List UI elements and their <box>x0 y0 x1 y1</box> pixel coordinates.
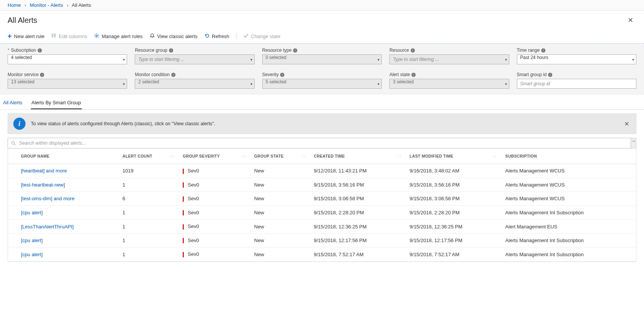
filter-resource-group: Resource group i▾ <box>135 48 254 64</box>
scroll-up-icon[interactable] <box>631 138 636 148</box>
cell-state: New <box>250 220 309 234</box>
cell-state: New <box>250 233 309 247</box>
table-row[interactable]: [cpu alert]1Sev0New9/15/2018, 12:17:56 P… <box>8 233 636 247</box>
group-name-link[interactable]: [test-heartbeat-new] <box>21 182 65 188</box>
table-row[interactable]: [LessThanAlertThruAPI]1Sev0New9/15/2018,… <box>8 220 636 234</box>
banner-close-icon[interactable]: ✕ <box>623 119 631 129</box>
filter-label: Resource i <box>389 48 509 53</box>
sort-icon: ↑↓ <box>397 154 401 158</box>
filter-label: Smart group id i <box>517 72 636 77</box>
breadcrumb-monitor-alerts[interactable]: Monitor - Alerts <box>30 2 63 8</box>
info-icon: i <box>541 48 545 53</box>
cell-severity: Sev0 <box>178 247 250 262</box>
search-input[interactable] <box>19 138 631 148</box>
breadcrumb-home[interactable]: Home <box>8 2 21 8</box>
filter-label: Time range i <box>517 48 636 53</box>
tabs: All Alerts Alerts By Smart Group <box>0 94 644 110</box>
cell-state: New <box>250 164 309 178</box>
info-icon: i <box>293 48 297 53</box>
tab-alerts-by-smart-group[interactable]: Alerts By Smart Group <box>31 97 82 109</box>
cell-severity: Sev0 <box>178 164 250 178</box>
severity-select[interactable]: 5 selected <box>262 79 382 89</box>
group-name-link[interactable]: [LessThanAlertThruAPI] <box>21 224 74 230</box>
group-name-link[interactable]: [test-oms-dim] and more <box>21 196 75 201</box>
col-last-modified[interactable]: Last Modified Time↑↓ <box>405 148 501 164</box>
cell-modified: 9/15/2018, 3:56:16 PM <box>405 178 501 192</box>
info-banner: i To view status of alerts configured th… <box>8 113 636 134</box>
manage-rules-label: Manage alert rules <box>102 33 143 39</box>
manage-alert-rules-button[interactable]: Manage alert rules <box>94 33 143 40</box>
resource-input[interactable] <box>389 54 509 64</box>
cell-alert-count: 1 <box>118 247 178 262</box>
group-name-link[interactable]: [cpu alert] <box>21 238 43 243</box>
table-row[interactable]: [heartbeat] and more1019Sev0New9/12/2018… <box>8 164 636 178</box>
filter-time-range: Time range iPast 24 hours▾ <box>517 48 636 64</box>
severity-bar-icon <box>183 238 184 243</box>
edit-columns-label: Edit columns <box>59 33 87 39</box>
col-created-time[interactable]: Created Time↑↓ <box>309 148 405 164</box>
col-alert-count[interactable]: Alert Count↑↓ <box>118 148 178 164</box>
cell-alert-count: 6 <box>118 192 178 206</box>
sort-icon: ↑↓ <box>493 154 497 158</box>
filter-label: Resource type i <box>262 48 382 53</box>
info-icon: i <box>411 73 416 77</box>
cell-subscription: Alerts Management Int Subscription <box>501 206 636 220</box>
toolbar: + New alert rule Edit columns Manage ale… <box>0 30 644 44</box>
edit-columns-button[interactable]: Edit columns <box>51 33 87 40</box>
group-name-link[interactable]: [cpu alert] <box>21 252 43 257</box>
group-name-link[interactable]: [heartbeat] and more <box>21 168 67 174</box>
resource-group-input[interactable] <box>135 54 254 64</box>
page-title: All Alerts <box>8 16 37 25</box>
info-icon: i <box>411 48 415 53</box>
resource-type-select[interactable]: 0 selected <box>262 54 382 64</box>
close-icon[interactable]: ✕ <box>625 14 636 26</box>
filter-label: Alert state i <box>389 72 509 77</box>
cell-created: 9/15/2018, 3:56:16 PM <box>309 178 405 192</box>
severity-bar-icon <box>183 224 184 230</box>
smart-group-id-input[interactable] <box>517 79 636 89</box>
subscription-select[interactable]: 4 selected <box>8 54 127 64</box>
table-row[interactable]: [test-oms-dim] and more6Sev0New9/15/2018… <box>8 192 636 206</box>
cell-modified: 9/16/2018, 3:48:02 AM <box>405 164 501 178</box>
alert-state-select[interactable]: 3 selected <box>389 79 509 89</box>
table-row[interactable]: [cpu alert]1Sev0New9/15/2018, 2:28:20 PM… <box>8 206 636 220</box>
new-alert-rule-button[interactable]: + New alert rule <box>8 33 45 39</box>
tab-all-alerts[interactable]: All Alerts <box>2 97 23 109</box>
col-group-severity[interactable]: Group Severity↑↓ <box>178 148 250 164</box>
alerts-table: Group Name Alert Count↑↓ Group Severity↑… <box>8 148 636 262</box>
col-group-severity-label: Group Severity <box>183 154 220 158</box>
check-icon <box>243 33 249 40</box>
cell-created: 9/15/2018, 7:52:17 AM <box>309 247 405 262</box>
monitor-condition-select[interactable]: 2 selected <box>135 79 254 89</box>
filter-label: Resource group i <box>135 48 254 53</box>
filter-bar: * Subscription i4 selected▾Resource grou… <box>0 44 644 94</box>
svg-rect-3 <box>54 33 56 34</box>
cell-state: New <box>250 206 309 220</box>
cell-created: 9/12/2018, 11:43:21 PM <box>309 164 405 178</box>
severity-bar-icon <box>183 252 184 257</box>
table-row[interactable]: [cpu alert]1Sev0New9/15/2018, 7:52:17 AM… <box>8 247 636 262</box>
cell-alert-count: 1019 <box>118 164 178 178</box>
cell-created: 9/15/2018, 12:17:56 PM <box>309 233 405 247</box>
info-icon: i <box>171 73 175 77</box>
view-classic-alerts-button[interactable]: View classic alerts <box>150 33 198 40</box>
col-group-state[interactable]: Group State↑↓ <box>250 148 309 164</box>
monitor-service-select[interactable]: 13 selected <box>8 79 127 89</box>
change-state-button[interactable]: Change state <box>243 33 280 40</box>
table-row[interactable]: [test-heartbeat-new]1Sev0New9/15/2018, 3… <box>8 178 636 192</box>
sort-icon: ↑↓ <box>301 154 306 158</box>
col-subscription[interactable]: Subscription <box>501 148 636 164</box>
info-icon: i <box>13 118 26 130</box>
toolbar-separator <box>236 33 236 40</box>
info-icon: i <box>38 48 42 53</box>
group-name-link[interactable]: [cpu alert] <box>21 210 43 215</box>
info-icon: i <box>169 48 173 53</box>
time-range-select[interactable]: Past 24 hours <box>517 54 636 64</box>
cell-severity: Sev0 <box>178 178 250 192</box>
col-group-name[interactable]: Group Name <box>8 148 118 164</box>
col-group-name-label: Group Name <box>21 154 49 158</box>
cell-alert-count: 1 <box>118 206 178 220</box>
chevron-right-icon: › <box>24 2 26 8</box>
cell-modified: 9/15/2018, 12:36:25 PM <box>405 220 501 234</box>
refresh-button[interactable]: Refresh <box>204 33 230 40</box>
